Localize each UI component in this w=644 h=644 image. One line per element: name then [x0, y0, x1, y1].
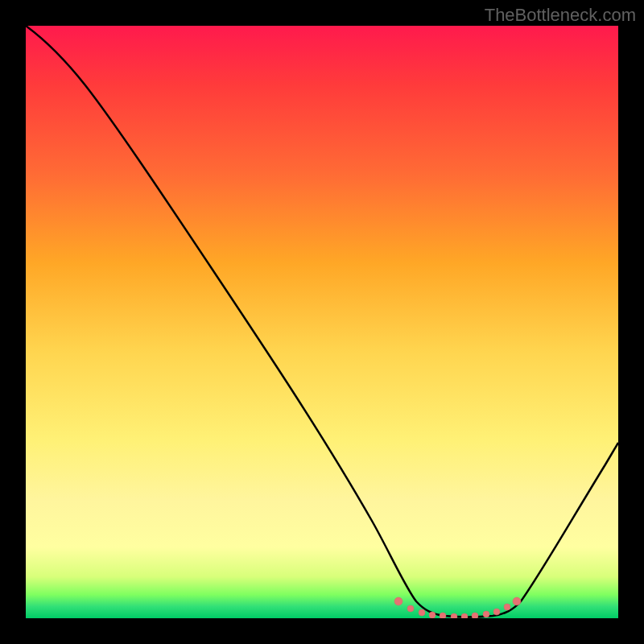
svg-point-8 [483, 611, 489, 617]
svg-point-9 [493, 609, 500, 615]
svg-point-0 [394, 597, 402, 605]
svg-point-5 [451, 613, 457, 618]
svg-point-7 [472, 613, 478, 618]
chart-plot-area [26, 26, 618, 618]
svg-point-11 [513, 597, 521, 605]
bottleneck-curve-svg [26, 26, 618, 618]
watermark-text: TheBottleneck.com [485, 5, 636, 26]
svg-point-1 [407, 605, 414, 612]
main-curve [26, 26, 618, 617]
svg-point-2 [419, 609, 425, 616]
optimal-range-dots [394, 597, 521, 618]
svg-point-6 [461, 613, 468, 618]
svg-point-3 [429, 612, 436, 618]
svg-point-4 [440, 613, 446, 618]
svg-point-10 [504, 604, 510, 610]
